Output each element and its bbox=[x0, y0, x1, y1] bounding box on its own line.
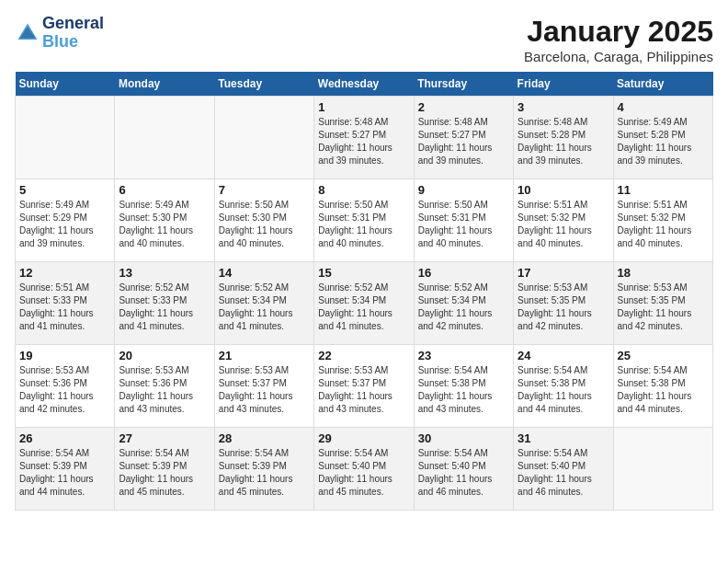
calendar-cell: 12Sunrise: 5:51 AM Sunset: 5:33 PM Dayli… bbox=[16, 262, 115, 345]
calendar-week-row: 19Sunrise: 5:53 AM Sunset: 5:36 PM Dayli… bbox=[16, 345, 713, 428]
calendar-cell: 22Sunrise: 5:53 AM Sunset: 5:37 PM Dayli… bbox=[314, 345, 414, 428]
day-number: 17 bbox=[518, 266, 609, 280]
day-number: 4 bbox=[618, 100, 709, 114]
calendar-cell: 26Sunrise: 5:54 AM Sunset: 5:39 PM Dayli… bbox=[16, 428, 115, 511]
column-header-friday: Friday bbox=[514, 72, 613, 97]
calendar-cell: 7Sunrise: 5:50 AM Sunset: 5:30 PM Daylig… bbox=[214, 179, 313, 262]
page-title: January 2025 bbox=[524, 15, 713, 49]
day-info: Sunrise: 5:51 AM Sunset: 5:32 PM Dayligh… bbox=[518, 199, 609, 250]
calendar-cell: 5Sunrise: 5:49 AM Sunset: 5:29 PM Daylig… bbox=[16, 179, 115, 262]
day-number: 2 bbox=[418, 100, 509, 114]
page-subtitle: Barcelona, Caraga, Philippines bbox=[524, 49, 713, 64]
day-number: 13 bbox=[119, 266, 210, 280]
column-header-saturday: Saturday bbox=[613, 72, 712, 97]
calendar-cell: 2Sunrise: 5:48 AM Sunset: 5:27 PM Daylig… bbox=[414, 97, 513, 179]
day-number: 25 bbox=[618, 349, 709, 362]
day-info: Sunrise: 5:49 AM Sunset: 5:28 PM Dayligh… bbox=[618, 116, 709, 167]
day-info: Sunrise: 5:53 AM Sunset: 5:36 PM Dayligh… bbox=[119, 364, 210, 416]
day-info: Sunrise: 5:53 AM Sunset: 5:37 PM Dayligh… bbox=[219, 364, 310, 416]
calendar-cell: 29Sunrise: 5:54 AM Sunset: 5:40 PM Dayli… bbox=[314, 428, 414, 511]
day-info: Sunrise: 5:50 AM Sunset: 5:31 PM Dayligh… bbox=[318, 199, 409, 250]
day-info: Sunrise: 5:54 AM Sunset: 5:40 PM Dayligh… bbox=[318, 447, 409, 499]
calendar-cell: 6Sunrise: 5:49 AM Sunset: 5:30 PM Daylig… bbox=[115, 179, 214, 262]
calendar-cell: 24Sunrise: 5:54 AM Sunset: 5:38 PM Dayli… bbox=[514, 345, 613, 428]
day-info: Sunrise: 5:54 AM Sunset: 5:39 PM Dayligh… bbox=[219, 447, 310, 499]
day-number: 20 bbox=[119, 349, 210, 362]
calendar-cell: 10Sunrise: 5:51 AM Sunset: 5:32 PM Dayli… bbox=[514, 179, 613, 262]
day-info: Sunrise: 5:54 AM Sunset: 5:38 PM Dayligh… bbox=[418, 364, 509, 416]
day-number: 26 bbox=[19, 431, 110, 445]
day-info: Sunrise: 5:48 AM Sunset: 5:27 PM Dayligh… bbox=[318, 116, 409, 167]
calendar-cell: 18Sunrise: 5:53 AM Sunset: 5:35 PM Dayli… bbox=[613, 262, 712, 345]
day-number: 24 bbox=[518, 349, 609, 362]
day-number: 16 bbox=[418, 266, 509, 280]
logo: General Blue bbox=[15, 15, 104, 52]
calendar-cell: 14Sunrise: 5:52 AM Sunset: 5:34 PM Dayli… bbox=[214, 262, 313, 345]
calendar-cell: 17Sunrise: 5:53 AM Sunset: 5:35 PM Dayli… bbox=[514, 262, 613, 345]
day-number: 8 bbox=[318, 183, 409, 197]
day-number: 5 bbox=[19, 183, 110, 197]
calendar-cell bbox=[16, 97, 115, 179]
day-info: Sunrise: 5:52 AM Sunset: 5:33 PM Dayligh… bbox=[119, 282, 210, 333]
day-info: Sunrise: 5:54 AM Sunset: 5:39 PM Dayligh… bbox=[119, 447, 210, 499]
calendar-cell: 13Sunrise: 5:52 AM Sunset: 5:33 PM Dayli… bbox=[115, 262, 214, 345]
calendar-week-row: 1Sunrise: 5:48 AM Sunset: 5:27 PM Daylig… bbox=[16, 97, 713, 179]
calendar-cell: 25Sunrise: 5:54 AM Sunset: 5:38 PM Dayli… bbox=[613, 345, 712, 428]
calendar-cell: 21Sunrise: 5:53 AM Sunset: 5:37 PM Dayli… bbox=[214, 345, 313, 428]
page-header: General Blue January 2025 Barcelona, Car… bbox=[15, 15, 713, 64]
day-number: 23 bbox=[418, 349, 509, 362]
day-number: 21 bbox=[219, 349, 310, 362]
calendar-week-row: 12Sunrise: 5:51 AM Sunset: 5:33 PM Dayli… bbox=[16, 262, 713, 345]
day-number: 11 bbox=[618, 183, 709, 197]
calendar-cell: 23Sunrise: 5:54 AM Sunset: 5:38 PM Dayli… bbox=[414, 345, 513, 428]
day-number: 7 bbox=[219, 183, 310, 197]
day-info: Sunrise: 5:49 AM Sunset: 5:29 PM Dayligh… bbox=[19, 199, 110, 250]
calendar-cell bbox=[115, 97, 214, 179]
day-number: 30 bbox=[418, 431, 509, 445]
day-number: 27 bbox=[119, 431, 210, 445]
day-info: Sunrise: 5:52 AM Sunset: 5:34 PM Dayligh… bbox=[219, 282, 310, 333]
column-header-thursday: Thursday bbox=[414, 72, 513, 97]
calendar-cell: 11Sunrise: 5:51 AM Sunset: 5:32 PM Dayli… bbox=[613, 179, 712, 262]
calendar-cell: 20Sunrise: 5:53 AM Sunset: 5:36 PM Dayli… bbox=[115, 345, 214, 428]
calendar-cell: 31Sunrise: 5:54 AM Sunset: 5:40 PM Dayli… bbox=[514, 428, 613, 511]
column-header-wednesday: Wednesday bbox=[314, 72, 414, 97]
calendar-week-row: 26Sunrise: 5:54 AM Sunset: 5:39 PM Dayli… bbox=[16, 428, 713, 511]
day-number: 1 bbox=[318, 100, 409, 114]
day-number: 9 bbox=[418, 183, 509, 197]
day-number: 10 bbox=[518, 183, 609, 197]
calendar-cell: 27Sunrise: 5:54 AM Sunset: 5:39 PM Dayli… bbox=[115, 428, 214, 511]
calendar-cell: 30Sunrise: 5:54 AM Sunset: 5:40 PM Dayli… bbox=[414, 428, 513, 511]
day-info: Sunrise: 5:54 AM Sunset: 5:40 PM Dayligh… bbox=[518, 447, 609, 499]
day-info: Sunrise: 5:54 AM Sunset: 5:39 PM Dayligh… bbox=[19, 447, 110, 499]
calendar-cell: 4Sunrise: 5:49 AM Sunset: 5:28 PM Daylig… bbox=[613, 97, 712, 179]
column-header-monday: Monday bbox=[115, 72, 214, 97]
day-info: Sunrise: 5:51 AM Sunset: 5:32 PM Dayligh… bbox=[618, 199, 709, 250]
day-number: 3 bbox=[518, 100, 609, 114]
day-number: 29 bbox=[318, 431, 409, 445]
day-info: Sunrise: 5:54 AM Sunset: 5:40 PM Dayligh… bbox=[418, 447, 509, 499]
title-block: January 2025 Barcelona, Caraga, Philippi… bbox=[524, 15, 713, 64]
calendar-week-row: 5Sunrise: 5:49 AM Sunset: 5:29 PM Daylig… bbox=[16, 179, 713, 262]
calendar-cell: 3Sunrise: 5:48 AM Sunset: 5:28 PM Daylig… bbox=[514, 97, 613, 179]
day-info: Sunrise: 5:53 AM Sunset: 5:35 PM Dayligh… bbox=[618, 282, 709, 333]
day-info: Sunrise: 5:52 AM Sunset: 5:34 PM Dayligh… bbox=[418, 282, 509, 333]
day-number: 12 bbox=[19, 266, 110, 280]
day-number: 19 bbox=[19, 349, 110, 362]
day-number: 14 bbox=[219, 266, 310, 280]
day-info: Sunrise: 5:52 AM Sunset: 5:34 PM Dayligh… bbox=[318, 282, 409, 333]
calendar-header-row: SundayMondayTuesdayWednesdayThursdayFrid… bbox=[16, 72, 713, 97]
column-header-sunday: Sunday bbox=[16, 72, 115, 97]
calendar-cell: 28Sunrise: 5:54 AM Sunset: 5:39 PM Dayli… bbox=[214, 428, 313, 511]
day-info: Sunrise: 5:50 AM Sunset: 5:30 PM Dayligh… bbox=[219, 199, 310, 250]
column-header-tuesday: Tuesday bbox=[214, 72, 313, 97]
day-info: Sunrise: 5:48 AM Sunset: 5:27 PM Dayligh… bbox=[418, 116, 509, 167]
day-info: Sunrise: 5:53 AM Sunset: 5:37 PM Dayligh… bbox=[318, 364, 409, 416]
calendar-cell: 9Sunrise: 5:50 AM Sunset: 5:31 PM Daylig… bbox=[414, 179, 513, 262]
day-number: 31 bbox=[518, 431, 609, 445]
calendar-table: SundayMondayTuesdayWednesdayThursdayFrid… bbox=[15, 72, 713, 511]
day-number: 15 bbox=[318, 266, 409, 280]
calendar-cell: 8Sunrise: 5:50 AM Sunset: 5:31 PM Daylig… bbox=[314, 179, 414, 262]
day-info: Sunrise: 5:49 AM Sunset: 5:30 PM Dayligh… bbox=[119, 199, 210, 250]
day-number: 28 bbox=[219, 431, 310, 445]
